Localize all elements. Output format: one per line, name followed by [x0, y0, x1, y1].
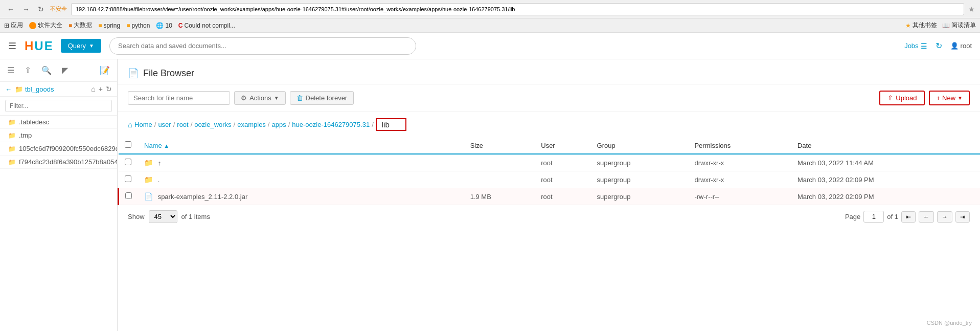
row-checkbox[interactable] — [125, 159, 131, 165]
sidebar-upload-icon[interactable]: ⇧ — [22, 63, 33, 77]
hamburger-menu-button[interactable]: ☰ — [8, 40, 16, 52]
delete-icon: 🗑 — [297, 94, 303, 102]
plus-icon: + — [936, 94, 940, 102]
bookmark-spring[interactable]: ■ spring — [98, 22, 120, 29]
date-column-header: Date — [791, 137, 980, 154]
file-icon: 📄 — [144, 192, 153, 201]
bookmark-icon: ■ — [69, 22, 72, 29]
sidebar-item-tmp[interactable]: 📁 .tmp — [0, 129, 117, 142]
grid-icon: ⊞ — [4, 22, 9, 29]
last-page-button[interactable]: ⇥ — [955, 211, 970, 223]
per-page-select[interactable]: 45 100 200 — [149, 210, 177, 223]
next-page-button[interactable]: → — [937, 211, 952, 223]
delete-forever-button[interactable]: 🗑 Delete forever — [290, 91, 354, 105]
user-icon: 👤 — [950, 42, 959, 50]
bookmark-bigdata[interactable]: ■ 大数据 — [69, 21, 92, 30]
back-button[interactable]: ← — [5, 4, 16, 14]
file-browser-icon: 📄 — [128, 68, 139, 79]
query-button[interactable]: Query ▼ — [61, 39, 101, 53]
row-group-cell: supergroup — [591, 171, 689, 188]
sidebar-actions: ⌂ + ↻ — [91, 85, 112, 93]
sidebar-current-folder[interactable]: 📁 tbl_goods — [15, 85, 54, 93]
row-date-cell: March 03, 2022 02:09 PM — [791, 188, 980, 205]
sidebar-item-tabledesc[interactable]: 📁 .tabledesc — [0, 116, 117, 129]
breadcrumb: ⌂ Home / user / root / oozie_works / exa… — [118, 112, 980, 137]
sidebar-search-icon[interactable]: 🔍 — [39, 63, 54, 77]
bookmark-icon — [29, 22, 36, 29]
page-title: File Browser — [143, 68, 194, 79]
name-column-header[interactable]: Name ▲ — [138, 137, 464, 154]
row-user-cell: root — [535, 188, 590, 205]
row-name-cell: 📄 spark-examples_2.11-2.2.0.jar — [138, 188, 464, 205]
bookmarks-bar: ⊞ 应用 软件大全 ■ 大数据 ■ spring ■ python 🌐 10 C… — [0, 18, 980, 33]
search-input[interactable] — [128, 91, 230, 105]
bookmark-python[interactable]: ■ python — [126, 22, 150, 29]
home-nav-icon[interactable]: ⌂ — [91, 85, 95, 93]
row-checkbox[interactable] — [125, 175, 131, 182]
row-permissions-cell: drwxr-xr-x — [688, 154, 791, 171]
breadcrumb-examples-link[interactable]: examples — [237, 121, 266, 128]
url-bar[interactable] — [71, 3, 964, 15]
sidebar-item-105c[interactable]: 📁 105cfc6d7f909200fc550edc6829c3bd — [0, 142, 117, 156]
row-group-cell: supergroup — [591, 188, 689, 205]
security-warning: 不安全 — [50, 5, 67, 13]
chevron-down-icon: ▼ — [274, 95, 279, 101]
bookmark-star[interactable]: ★ — [968, 5, 975, 13]
breadcrumb-current[interactable]: lib — [376, 118, 406, 131]
bookmark-software[interactable]: 软件大全 — [29, 21, 62, 30]
toolbar: ⚙ Actions ▼ 🗑 Delete forever ⇧ Upload + … — [118, 84, 980, 112]
breadcrumb-user-link[interactable]: user — [158, 121, 171, 128]
breadcrumb-home-link[interactable]: Home — [134, 121, 152, 128]
breadcrumb-hue-oozie-link[interactable]: hue-oozie-1646279075.31 — [292, 121, 370, 128]
bookmark-icon: 🌐 — [156, 22, 164, 29]
row-size-cell — [464, 154, 535, 171]
bookmark-10[interactable]: 🌐 10 — [156, 22, 172, 29]
items-label: of 1 items — [181, 213, 210, 220]
bookmark-other[interactable]: ★ 其他书签 — [905, 21, 937, 30]
row-name-cell: 📁 ↑ — [138, 154, 464, 171]
bookmark-could-not[interactable]: C Could not compil... — [178, 22, 235, 29]
table-row: 📁 ↑ root supergroup drwxr-xr-x March 03,… — [119, 154, 981, 171]
menu-icon: ☰ — [921, 42, 927, 50]
row-user-cell: root — [535, 171, 590, 188]
sidebar-list-icon[interactable]: ☰ — [5, 63, 16, 77]
new-button[interactable]: + New ▼ — [929, 91, 970, 105]
sidebar-filter-input[interactable] — [5, 100, 112, 112]
prev-page-button[interactable]: ← — [919, 211, 934, 223]
row-checkbox[interactable] — [125, 192, 132, 199]
folder-icon: 📁 — [8, 132, 16, 139]
hue-logo[interactable]: HUE — [25, 39, 53, 53]
sidebar-notif-icon[interactable]: 📝 — [98, 63, 112, 77]
watermark: CSDN @undo_try — [927, 320, 972, 326]
breadcrumb-root-link[interactable]: root — [177, 121, 188, 128]
row-size-cell — [464, 171, 535, 188]
sidebar-grid-icon[interactable]: ◤ — [60, 63, 70, 77]
reading-icon: 📖 — [942, 22, 950, 29]
add-nav-icon[interactable]: + — [99, 85, 103, 93]
row-date-cell: March 03, 2022 11:44 AM — [791, 154, 980, 171]
refresh-nav-icon[interactable]: ↻ — [106, 85, 112, 93]
row-checkbox-cell — [119, 171, 139, 188]
row-permissions-cell: -rw-r--r-- — [688, 188, 791, 205]
actions-button[interactable]: ⚙ Actions ▼ — [234, 91, 286, 105]
star-icon: ★ — [905, 22, 911, 29]
reload-button[interactable]: ↻ — [36, 4, 46, 14]
first-page-button[interactable]: ⇤ — [901, 211, 916, 223]
breadcrumb-apps-link[interactable]: apps — [271, 121, 286, 128]
forward-button[interactable]: → — [20, 4, 32, 14]
select-all-checkbox[interactable] — [125, 141, 131, 148]
group-column-header: Group — [591, 137, 689, 154]
sidebar-back-arrow[interactable]: ← — [5, 85, 12, 93]
breadcrumb-oozie-link[interactable]: oozie_works — [194, 121, 231, 128]
global-search-input[interactable] — [109, 37, 416, 55]
row-checkbox-cell — [119, 154, 139, 171]
bookmark-apps[interactable]: ⊞ 应用 — [4, 21, 23, 30]
sidebar-item-f794[interactable]: 📁 f794c8c23d8f6a390b1257b8a054c946 — [0, 156, 117, 169]
user-button[interactable]: 👤 root — [950, 42, 972, 50]
undo-button[interactable]: ↻ — [936, 41, 942, 51]
jobs-button[interactable]: Jobs ☰ — [904, 42, 927, 50]
page-number-input[interactable] — [863, 211, 884, 223]
upload-button[interactable]: ⇧ Upload — [879, 91, 925, 105]
row-name-cell: 📁 . — [138, 171, 464, 188]
bookmark-reading[interactable]: 📖 阅读清单 — [942, 21, 976, 30]
